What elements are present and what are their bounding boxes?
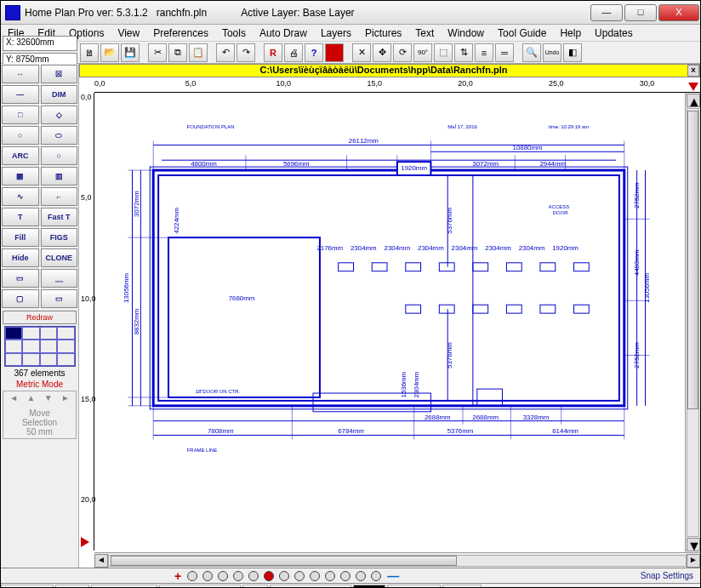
- svg-text:6144mm: 6144mm: [552, 427, 578, 435]
- tool-flip[interactable]: ⇅: [454, 43, 473, 62]
- color-grid[interactable]: [4, 326, 76, 367]
- snap-dot[interactable]: [187, 571, 197, 581]
- svg-rect-19: [540, 305, 556, 313]
- tool-arc2[interactable]: ○: [41, 146, 78, 165]
- tool-arc[interactable]: ARC: [2, 146, 39, 165]
- tool-align[interactable]: ≡: [475, 43, 493, 62]
- menu-help[interactable]: Help: [560, 27, 581, 39]
- print-button[interactable]: 🖨: [284, 43, 303, 62]
- tool-pan[interactable]: ↔: [2, 65, 39, 83]
- menu-tools[interactable]: Tools: [222, 27, 246, 39]
- tool-angle[interactable]: ⌐: [41, 187, 78, 206]
- menu-text[interactable]: Text: [415, 27, 434, 39]
- svg-text:2688mm: 2688mm: [472, 414, 499, 421]
- horizontal-scrollbar[interactable]: ◄ ►: [94, 552, 700, 568]
- svg-rect-16: [439, 305, 454, 313]
- tool-clone[interactable]: CLONE: [41, 248, 78, 267]
- undo-button[interactable]: ↶: [216, 43, 235, 62]
- menu-pictures[interactable]: Pictures: [365, 27, 402, 39]
- arrow-right-icon[interactable]: ►: [61, 393, 70, 408]
- tool-r[interactable]: R: [264, 43, 282, 62]
- status-snap[interactable]: Snap is Off: [387, 585, 441, 589]
- redo-button[interactable]: ↷: [237, 43, 255, 62]
- menu-toolguide[interactable]: Tool Guide: [498, 27, 546, 39]
- save-button[interactable]: 💾: [121, 43, 140, 62]
- tool-last[interactable]: ◧: [563, 43, 582, 62]
- status-length: Length: 0,00m: [91, 585, 157, 589]
- tool-hatch1[interactable]: ▦: [2, 167, 39, 186]
- tool-fasttext[interactable]: Fast T: [41, 208, 78, 226]
- cut-button[interactable]: ✂: [148, 43, 167, 62]
- tool-snap[interactable]: ☒: [41, 65, 78, 83]
- app-title: Home Plan Pro ver: 5.3.1.2: [25, 7, 148, 19]
- scroll-down-icon[interactable]: ▼: [687, 538, 700, 551]
- tool-poly[interactable]: ◇: [41, 106, 78, 124]
- maximize-button[interactable]: □: [624, 4, 657, 21]
- filepath-bar: C:\Users\ïèùçïâàòàëü\Documents\hpp\Data\…: [79, 64, 700, 77]
- tool-stop[interactable]: [325, 43, 344, 62]
- status-resolution[interactable]: Screen Resolution: [159, 585, 241, 589]
- menu-updates[interactable]: Updates: [595, 27, 633, 39]
- menu-autodraw[interactable]: Auto Draw: [259, 27, 307, 39]
- tool-line[interactable]: —: [2, 85, 39, 104]
- scroll-left-icon[interactable]: ◄: [94, 554, 108, 568]
- scroll-up-icon[interactable]: ▲: [687, 94, 700, 107]
- minimize-button[interactable]: —: [590, 4, 623, 21]
- tool-rect[interactable]: □: [2, 106, 39, 124]
- menu-window[interactable]: Window: [447, 27, 484, 39]
- vertical-scrollbar[interactable]: ▲ ▼: [685, 93, 700, 552]
- tool-text[interactable]: T: [2, 208, 39, 226]
- redraw-button[interactable]: Redraw: [3, 311, 77, 324]
- tool-figs[interactable]: FIGS: [41, 228, 78, 247]
- tool-zoom[interactable]: 🔍: [522, 43, 541, 62]
- tool-90[interactable]: 90°: [413, 43, 432, 62]
- tool-curve[interactable]: ∿: [2, 187, 39, 206]
- tool-ellipse[interactable]: ⬭: [41, 126, 78, 145]
- menu-view[interactable]: View: [117, 27, 140, 39]
- svg-text:2304mm: 2304mm: [350, 244, 377, 252]
- snap-minus-icon[interactable]: —: [387, 569, 399, 583]
- snap-settings-label[interactable]: Snap Settings: [641, 571, 693, 580]
- tool-window[interactable]: ▭: [41, 289, 78, 308]
- paste-button[interactable]: 📋: [189, 43, 208, 62]
- svg-rect-5: [477, 389, 503, 406]
- drawing-canvas[interactable]: FOUNDATION PLAN MaÍ 17, 2016 time: 10:29…: [94, 93, 683, 551]
- tool-hide[interactable]: Hide: [2, 248, 39, 267]
- svg-text:1920mm: 1920mm: [401, 164, 427, 172]
- close-button[interactable]: X: [658, 4, 699, 21]
- menu-preferences[interactable]: Preferences: [153, 27, 208, 39]
- new-button[interactable]: 🗎: [80, 43, 99, 62]
- scroll-right-icon[interactable]: ►: [687, 554, 700, 568]
- tool-hatch2[interactable]: ▥: [41, 167, 78, 186]
- svg-rect-10: [439, 263, 454, 271]
- filepath-close[interactable]: ×: [687, 65, 699, 77]
- copy-button[interactable]: ⧉: [168, 43, 187, 62]
- horizontal-ruler: 0,0 5,0 10,0 15,0 20,0 25,0 30,0: [94, 77, 700, 93]
- arrow-down-icon[interactable]: ▼: [44, 393, 53, 408]
- arrow-up-icon[interactable]: ▲: [26, 393, 35, 408]
- tool-x[interactable]: ✕: [352, 43, 371, 62]
- tool-rotate[interactable]: ⟳: [393, 43, 412, 62]
- tool-wall2[interactable]: ⸏: [41, 269, 78, 288]
- arrow-left-icon[interactable]: ◄: [9, 393, 18, 408]
- coord-x[interactable]: X: 32600mm: [3, 36, 77, 51]
- tool-wall1[interactable]: ▭: [2, 269, 39, 288]
- tool-fill[interactable]: Fill: [2, 228, 39, 247]
- status-horiz: Horiz:0mm: [1, 585, 54, 589]
- svg-text:5376mm: 5376mm: [446, 208, 453, 234]
- tool-circle[interactable]: ○: [2, 126, 39, 145]
- help-button[interactable]: ?: [305, 43, 323, 62]
- tool-move[interactable]: ✥: [373, 43, 391, 62]
- status-color[interactable]: Color: [353, 585, 385, 589]
- tool-dim[interactable]: DIM: [41, 85, 78, 104]
- tool-select[interactable]: ⬚: [434, 43, 453, 62]
- snap-plus-icon[interactable]: +: [174, 569, 181, 583]
- tool-lines[interactable]: ═: [495, 43, 514, 62]
- metric-mode[interactable]: Metric Mode: [3, 380, 77, 389]
- svg-text:10880mm: 10880mm: [513, 144, 544, 151]
- menu-layers[interactable]: Layers: [321, 27, 351, 39]
- open-button[interactable]: 📂: [100, 43, 119, 62]
- status-spacebar: spacebar changes: [270, 585, 351, 589]
- tool-door[interactable]: ▢: [2, 289, 39, 308]
- tool-undo2[interactable]: Undo: [543, 43, 561, 62]
